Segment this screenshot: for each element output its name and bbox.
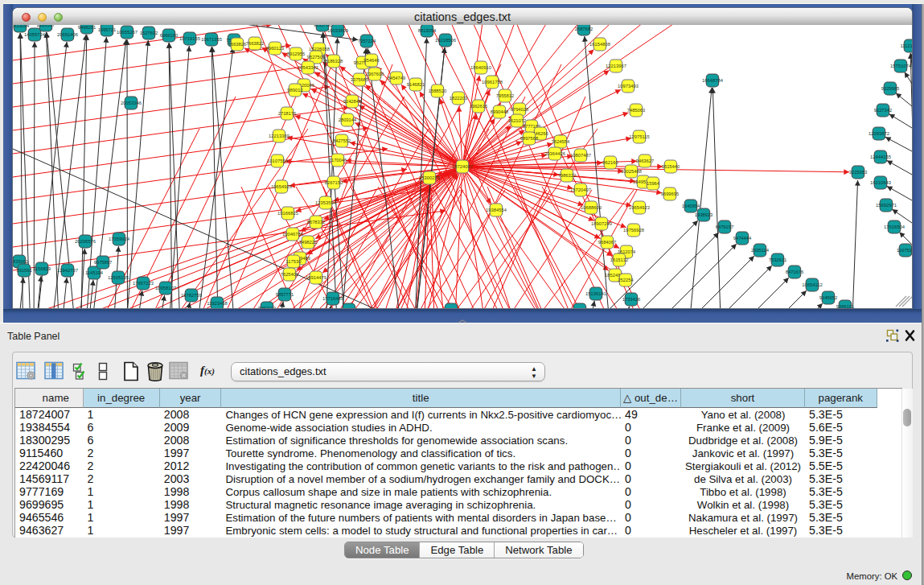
svg-text:7485063: 7485063 [627,108,646,113]
svg-text:10671355: 10671355 [201,37,222,42]
svg-text:2935114: 2935114 [751,248,770,253]
svg-text:10655267: 10655267 [117,30,138,35]
svg-text:954646: 954646 [363,58,379,63]
svg-text:8454749: 8454749 [388,76,406,80]
svg-text:7955812: 7955812 [496,93,515,98]
svg-text:989012: 989012 [287,88,302,93]
svg-text:12975115: 12975115 [629,134,649,139]
svg-text:9463627: 9463627 [636,159,655,163]
svg-text:15136141: 15136141 [585,291,606,296]
svg-text:18907299: 18907299 [591,221,612,226]
svg-text:16914479: 16914479 [306,275,326,280]
svg-text:10025488: 10025488 [621,169,642,174]
svg-text:12213369: 12213369 [269,134,290,138]
svg-text:9684067: 9684067 [598,240,617,245]
svg-text:2126517: 2126517 [37,25,55,27]
svg-text:25300275: 25300275 [419,175,440,180]
svg-text:7632621: 7632621 [769,257,787,262]
svg-text:20364436: 20364436 [544,151,565,156]
svg-text:7625402: 7625402 [281,272,299,277]
svg-text:6897568: 6897568 [520,136,539,141]
svg-text:9366101: 9366101 [836,304,855,308]
svg-text:8960123: 8960123 [266,46,285,51]
svg-text:18640910: 18640910 [470,65,491,70]
svg-text:2718176: 2718176 [278,111,297,116]
svg-text:12093872: 12093872 [869,131,889,136]
svg-text:10958107: 10958107 [155,286,176,290]
svg-text:10719155: 10719155 [179,36,200,41]
svg-text:6794028: 6794028 [511,107,529,112]
svg-text:16210643: 16210643 [870,180,891,185]
svg-text:15716485: 15716485 [322,296,343,301]
svg-text:9975867: 9975867 [94,260,113,265]
svg-text:9468201: 9468201 [78,25,97,30]
svg-text:15692971: 15692971 [876,203,897,208]
svg-text:117530: 117530 [286,259,302,264]
svg-text:9135706: 9135706 [314,25,332,27]
svg-text:15751074: 15751074 [890,64,912,68]
svg-text:1167531: 1167531 [897,248,912,253]
svg-text:17359924: 17359924 [109,237,130,241]
svg-text:14055724: 14055724 [24,32,46,37]
svg-text:3624554: 3624554 [552,139,570,144]
svg-text:2367608: 2367608 [366,72,384,76]
svg-text:9515440: 9515440 [662,164,680,169]
svg-text:18724007: 18724007 [452,164,473,169]
svg-text:8471676: 8471676 [786,270,804,274]
svg-text:9699695: 9699695 [661,192,680,196]
svg-text:10973493: 10973493 [618,84,639,89]
svg-text:8912955: 8912955 [287,51,306,56]
svg-text:7663826: 7663826 [228,42,247,47]
svg-text:9227342: 9227342 [874,108,893,113]
svg-text:17957223: 17957223 [133,281,154,286]
svg-text:1615132: 1615132 [610,257,629,262]
svg-text:19654923: 19654923 [629,205,650,210]
svg-text:10654112: 10654112 [802,282,822,287]
svg-text:20691406: 20691406 [57,32,78,37]
svg-text:1621072: 1621072 [508,118,527,123]
svg-text:7986322: 7986322 [558,173,577,178]
svg-text:20206576: 20206576 [75,239,96,244]
svg-text:3215953: 3215953 [849,170,868,175]
svg-text:16648784: 16648784 [702,78,724,83]
svg-text:16782759: 16782759 [181,293,202,298]
svg-text:2170046: 2170046 [329,158,347,163]
svg-text:10807487: 10807487 [570,153,591,158]
svg-text:9242848: 9242848 [343,99,362,104]
svg-text:10688609: 10688609 [581,205,602,210]
svg-text:9857771: 9857771 [276,292,294,297]
svg-text:16033809: 16033809 [327,28,348,33]
svg-text:8186328: 8186328 [325,59,343,64]
svg-text:2687682: 2687682 [575,27,593,31]
svg-text:1733426: 1733426 [622,297,641,302]
svg-text:8990448: 8990448 [491,109,509,114]
svg-text:11923468: 11923468 [207,301,227,306]
svg-text:9245704: 9245704 [340,307,359,308]
svg-text:10107554: 10107554 [267,159,289,163]
svg-text:20053346: 20053346 [121,101,142,105]
svg-text:10543342: 10543342 [298,65,318,70]
svg-text:19218506: 19218506 [435,38,456,43]
svg-text:2803144: 2803144 [339,117,357,122]
svg-text:17016504: 17016504 [884,225,906,229]
svg-text:1822203: 1822203 [450,96,468,101]
svg-text:1156829: 1156829 [33,266,51,271]
svg-text:8875981: 8875981 [442,307,461,308]
svg-text:15720407: 15720407 [570,187,591,192]
svg-text:1995721: 1995721 [98,27,117,32]
svg-text:3375685: 3375685 [351,77,369,82]
svg-text:1362615: 1362615 [470,104,488,109]
svg-text:9527506: 9527506 [307,55,326,60]
svg-text:19166825: 19166825 [277,211,298,216]
svg-text:8267150: 8267150 [325,180,343,185]
svg-text:19384554: 19384554 [486,208,507,212]
svg-text:12444155: 12444155 [870,154,891,159]
svg-text:7663822: 7663822 [246,41,265,46]
svg-text:862160: 862160 [602,160,618,165]
svg-text:16154808: 16154808 [589,42,610,47]
svg-text:12942737: 12942737 [57,268,78,273]
svg-text:15964: 15964 [647,181,660,186]
svg-text:1145194: 1145194 [85,270,104,275]
svg-text:6966160: 6966160 [160,33,179,38]
svg-text:10046786: 10046786 [282,232,303,237]
